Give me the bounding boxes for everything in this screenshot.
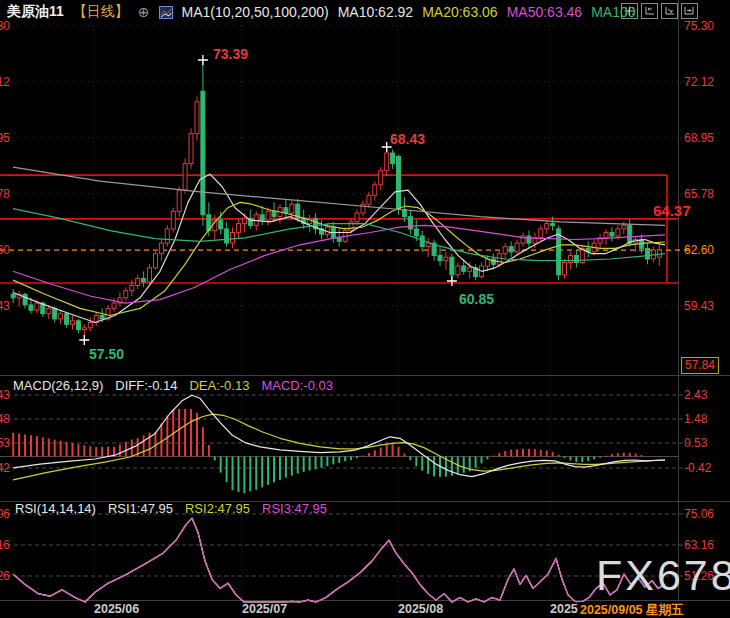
add-compare-icon[interactable]: ⊕ [138,4,150,20]
macd-histogram [13,409,659,493]
y-axis-label: -0.42 [0,461,10,475]
candlestick-series [11,60,661,341]
price-annotation: 73.39 [213,46,248,62]
y-axis-label: 63.16 [684,538,714,552]
rsi-lines [13,518,665,602]
y-axis-label: 51.26 [0,569,10,583]
y-axis-label: 75.30 [684,19,714,33]
macd-macd-value: MACD:-0.03 [261,378,333,393]
lowest-price-label: 57.84 [681,357,719,374]
y-axis-label: 68.95 [0,131,10,145]
y-axis-label: 75.30 [0,19,10,33]
macd-title: MACD(26,12,9) [13,378,103,393]
rsi-title: RSI(14,14,14) [15,501,96,516]
y-axis-label: 72.12 [684,75,714,89]
y-axis-label: 2.43 [0,388,10,402]
rsi1-value: RSI1:47.95 [108,501,173,516]
ma10-value: MA10:62.92 [338,4,414,20]
macd-header: MACD(26,12,9) DIFF:-0.14 DEA:-0.13 MACD:… [13,378,333,393]
y-axis-label: 75.06 [684,507,714,521]
time-axis-label: 2025/07 [242,602,287,616]
y-axis-label: 65.78 [0,187,10,201]
rsi-header: RSI(14,14,14) RSI1:47.95 RSI2:47.95 RSI3… [15,501,327,516]
axis-scale-bottom-icon[interactable] [661,3,678,19]
axis-scale-right-icon[interactable] [681,3,698,19]
price-annotation: 64.37 [653,202,691,219]
time-axis: 2025/062025/072025/082025/092025/09/05 星… [0,601,730,618]
time-axis-label: 2025/06 [94,602,139,616]
ma50-value: MA50:63.46 [507,4,583,20]
y-axis-label: 1.48 [0,412,10,426]
price-annotation: 68.43 [390,131,425,147]
y-axis-label: -0.42 [684,461,711,475]
period-selector[interactable]: 【日线】 [73,3,129,21]
symbol-name: 美原油11 [7,3,64,21]
macd-dea-value: DEA:-0.13 [189,378,249,393]
time-axis-label: 2025/08 [398,602,443,616]
y-axis-label: 59.43 [684,299,714,313]
macd-diff-value: DIFF:-0.14 [115,378,177,393]
y-axis-label: 1.48 [684,412,707,426]
y-axis-label: 0.53 [0,436,10,450]
indicator-icon[interactable] [159,6,173,19]
y-axis-label: 65.78 [684,187,714,201]
fx678-watermark: FX678 [596,551,730,600]
price-annotation: 57.50 [89,346,124,362]
chart-canvas[interactable] [0,0,730,618]
pan-icon[interactable] [621,3,638,19]
current-date-label: 2025/09/05 星期五 [578,602,686,618]
y-axis-label: 72.12 [0,75,10,89]
ma20-value: MA20:63.06 [422,4,498,20]
price-annotation: 60.85 [459,291,494,307]
chart-toolbar [621,3,698,19]
chart-header: 美原油11 【日线】 ⊕ MA1(10,20,50,100,200) MA10:… [7,3,639,21]
axis-scale-left-icon[interactable] [641,3,658,19]
y-axis-label: 68.95 [684,131,714,145]
rsi2-value: RSI2:47.95 [185,501,250,516]
rsi3-value: RSI3:47.95 [262,501,327,516]
y-axis-label: 0.53 [684,436,707,450]
ma-settings-label: MA1(10,20,50,100,200) [182,4,329,20]
macd-lines [13,395,665,480]
trading-app-window: 美原油11 【日线】 ⊕ MA1(10,20,50,100,200) MA10:… [0,0,730,618]
y-axis-label: 63.16 [0,538,10,552]
current-price-label: 62.60 [684,243,714,257]
y-axis-label: 62.60 [0,243,10,257]
y-axis-label: 59.43 [0,299,10,313]
y-axis-label: 75.06 [0,507,10,521]
y-axis-label: 2.43 [684,388,707,402]
